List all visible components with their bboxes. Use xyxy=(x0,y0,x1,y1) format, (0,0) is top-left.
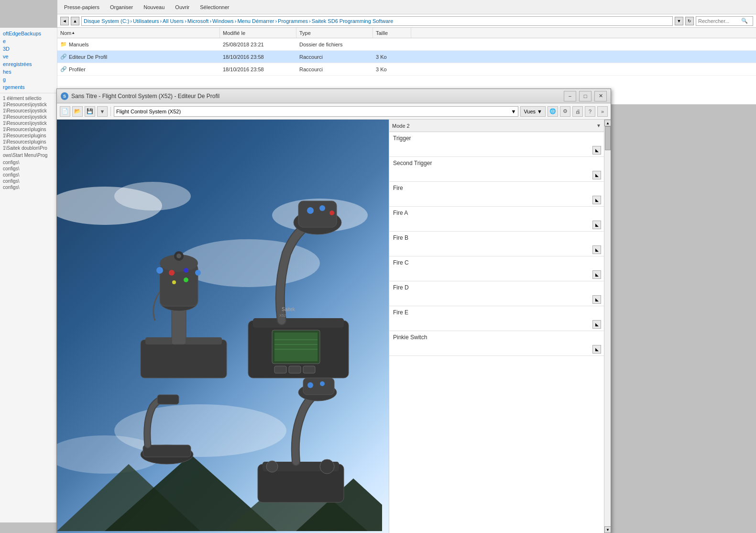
col-header-modified[interactable]: Modifié le xyxy=(220,28,296,38)
settings-button[interactable]: ⚙ xyxy=(560,106,570,117)
mode-dropdown-icon[interactable]: ▼ xyxy=(596,123,601,128)
path-programmes[interactable]: Programmes xyxy=(278,18,308,24)
col-header-type[interactable]: Type xyxy=(296,28,373,38)
sidebar-item-1[interactable]: oftEdgeBackups xyxy=(0,30,57,37)
btn-entry-fire-a[interactable]: Fire A ◣ xyxy=(389,207,604,232)
btn-entry-second-trigger[interactable]: Second Trigger ◣ xyxy=(389,157,604,182)
svg-point-47 xyxy=(320,459,334,474)
path-c[interactable]: Disque System (C:) xyxy=(84,18,129,24)
btn-icon-trigger[interactable]: ◣ xyxy=(592,146,601,155)
btn-icon-second-trigger[interactable]: ◣ xyxy=(592,171,601,179)
menu-presse-papiers[interactable]: Presse-papiers xyxy=(60,4,103,10)
app-title: Sans Titre - Flight Control System (X52)… xyxy=(71,93,561,100)
path-item-7: 1\Resources\plugins xyxy=(0,139,57,145)
svg-rect-31 xyxy=(274,366,286,373)
sidebar-item-4[interactable]: ve xyxy=(0,53,57,60)
open-button[interactable]: 📂 xyxy=(72,106,83,117)
scroll-down-button[interactable]: ▼ xyxy=(604,526,611,533)
vues-button[interactable]: Vues ▼ xyxy=(520,106,546,117)
address-path[interactable]: Disque System (C:) › Utilisateurs › All … xyxy=(81,16,673,26)
btn-entry-fire[interactable]: Fire ◣ xyxy=(389,182,604,207)
btn-entry-fire-b[interactable]: Fire B ◣ xyxy=(389,232,604,256)
profile-dropdown-icon: ▼ xyxy=(511,109,516,114)
minimize-button[interactable]: − xyxy=(564,91,576,101)
svg-rect-27 xyxy=(274,333,318,361)
search-icon[interactable]: 🔍 xyxy=(741,18,748,24)
btn-icon-fire-a[interactable]: ◣ xyxy=(592,221,601,229)
btn-label-fire-d: Fire D xyxy=(393,284,590,291)
app-title-bar: S Sans Titre - Flight Control System (X5… xyxy=(57,89,611,103)
path-item-15: configs\ xyxy=(0,178,57,184)
btn-entry-trigger[interactable]: Trigger ◣ xyxy=(389,132,604,157)
menu-organiser[interactable]: Organiser xyxy=(106,4,137,10)
app-toolbar: 📄 📂 💾 ▼ Flight Control System (X52) ▼ Vu… xyxy=(57,103,611,120)
btn-icon-fire[interactable]: ◣ xyxy=(592,196,601,204)
path-allusers[interactable]: All Users xyxy=(163,18,184,24)
nav-up-btn[interactable]: ▲ xyxy=(71,17,79,25)
path-item-13: configs\ xyxy=(0,166,57,172)
btn-entry-fire-e[interactable]: Fire E ◣ xyxy=(389,306,604,331)
svg-point-23 xyxy=(195,270,201,276)
btn-icon-pinkie[interactable]: ◣ xyxy=(592,345,601,354)
path-menu[interactable]: Menu Démarrer xyxy=(237,18,274,24)
svg-rect-25 xyxy=(253,318,344,328)
col-header-size[interactable]: Taille xyxy=(373,28,411,38)
sidebar-item-2[interactable]: e xyxy=(0,37,57,45)
joystick-display-area: Saitek X52 xyxy=(57,120,389,533)
btn-entry-fire-c[interactable]: Fire C ◣ xyxy=(389,256,604,281)
globe-button[interactable]: 🌐 xyxy=(548,106,558,117)
btn-icon-fire-e[interactable]: ◣ xyxy=(592,320,601,329)
sidebar-item-5[interactable]: enregistrées xyxy=(0,60,57,68)
close-button[interactable]: ✕ xyxy=(594,91,607,101)
btn-label-fire-a: Fire A xyxy=(393,210,590,216)
file-row-manuels[interactable]: 📁 Manuels 25/08/2018 23:21 Dossier de fi… xyxy=(57,38,756,51)
btn-icon-fire-d[interactable]: ◣ xyxy=(592,295,601,304)
sidebar-item-3[interactable]: 3D xyxy=(0,45,57,53)
print-button[interactable]: 🖨 xyxy=(572,106,583,117)
address-dropdown-btn[interactable]: ▼ xyxy=(675,17,683,25)
maximize-button[interactable]: □ xyxy=(579,91,592,101)
mode-selector[interactable]: Mode 2 ▼ xyxy=(389,120,604,132)
path-saitek[interactable]: Saitek SD6 Programming Software xyxy=(312,18,394,24)
save-button[interactable]: 💾 xyxy=(85,106,95,117)
dropdown-arrow[interactable]: ▼ xyxy=(97,106,108,117)
btn-entry-fire-d[interactable]: Fire D ◣ xyxy=(389,281,604,306)
sidebar-item-7[interactable]: g xyxy=(0,76,57,83)
path-windows[interactable]: Windows xyxy=(212,18,234,24)
menu-nouveau[interactable]: Nouveau xyxy=(140,4,168,10)
search-input[interactable] xyxy=(698,18,741,24)
btn-label-fire: Fire xyxy=(393,185,590,191)
btn-value-fire xyxy=(393,193,590,202)
profile-selector[interactable]: Flight Control System (X52) ▼ xyxy=(114,106,518,117)
nav-back-btn[interactable]: ◄ xyxy=(60,17,69,25)
path-users[interactable]: Utilisateurs xyxy=(133,18,159,24)
file-row-profiler[interactable]: 🔗 Profiler 18/10/2016 23:58 Raccourci 3 … xyxy=(57,63,756,76)
file-row-editeur[interactable]: 🔗 Editeur De Profil 18/10/2016 23:58 Rac… xyxy=(57,51,756,63)
file-name-manuels: 📁 Manuels xyxy=(57,38,220,50)
path-item-16: configs\ xyxy=(0,184,57,190)
btn-icon-fire-b[interactable]: ◣ xyxy=(592,245,601,254)
toolbar-expand[interactable]: » xyxy=(597,106,608,117)
svg-point-51 xyxy=(320,381,325,386)
btn-entry-pinkie[interactable]: Pinkie Switch ◣ xyxy=(389,331,604,356)
btn-label-fire-e: Fire E xyxy=(393,309,590,316)
scrollbar-thumb[interactable] xyxy=(605,126,611,150)
menu-ouvrir[interactable]: Ouvrir xyxy=(171,4,193,10)
sidebar-item-6[interactable]: hes xyxy=(0,68,57,76)
path-item-8: 1\Saitek doublon\Pro xyxy=(0,145,57,151)
menu-selectionner[interactable]: Sélectionner xyxy=(196,4,233,10)
path-item-5: 1\Resources\plugins xyxy=(0,126,57,133)
svg-text:Saitek: Saitek xyxy=(282,307,296,312)
btn-icon-fire-c[interactable]: ◣ xyxy=(592,270,601,279)
vues-dropdown-icon: ▼ xyxy=(537,109,542,114)
path-item-6: 1\Resources\plugins xyxy=(0,133,57,139)
path-microsoft[interactable]: Microsoft xyxy=(187,18,209,24)
refresh-btn[interactable]: ↻ xyxy=(685,17,694,25)
new-doc-button[interactable]: 📄 xyxy=(60,106,70,117)
col-header-name[interactable]: Nom xyxy=(57,28,220,38)
file-name-editeur: 🔗 Editeur De Profil xyxy=(57,51,220,63)
btn-value-second-trigger xyxy=(393,168,590,177)
scroll-up-button[interactable]: ▲ xyxy=(604,120,611,126)
help-button[interactable]: ? xyxy=(585,106,595,117)
sidebar-item-8[interactable]: rgements xyxy=(0,83,57,91)
